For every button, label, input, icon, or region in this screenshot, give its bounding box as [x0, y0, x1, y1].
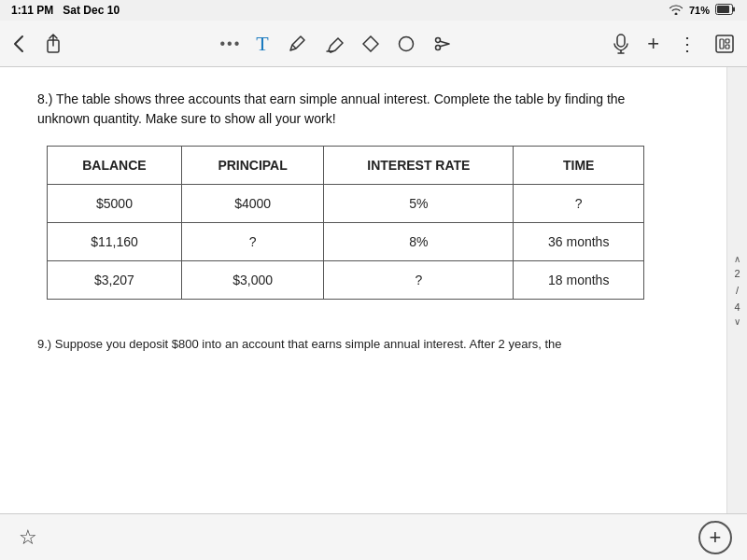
status-right: 71% [669, 4, 736, 17]
bottom-bar: ☆ + [0, 513, 747, 560]
more-options-button[interactable]: ⋮ [674, 29, 700, 59]
page-number-total: 4 [734, 300, 740, 315]
svg-rect-2 [733, 7, 735, 12]
sidebar-right: ∧ 2 / 4 ∨ [726, 67, 747, 513]
row3-interest-rate: ? [324, 261, 514, 300]
row1-balance: $5000 [48, 185, 182, 223]
col-header-time: TIME [514, 147, 644, 185]
highlighter-tool-button[interactable] [321, 31, 347, 57]
toolbar-dots: ••• [219, 35, 241, 52]
time-display: 1:11 PM [11, 4, 53, 17]
row2-principal: ? [181, 223, 323, 261]
col-header-interest-rate: INTEREST RATE [324, 147, 514, 185]
table-row: $5000 $4000 5% ? [48, 185, 644, 223]
toolbar-center: ••• T [219, 28, 455, 60]
bottom-add-button[interactable]: + [698, 521, 732, 554]
svg-rect-8 [716, 35, 733, 52]
row2-interest-rate: 8% [324, 223, 514, 261]
content-area: 8.) The table shows three accounts that … [0, 67, 747, 513]
svg-rect-9 [720, 39, 724, 49]
layout-button[interactable] [712, 31, 738, 57]
col-header-balance: BALANCE [48, 147, 182, 185]
svg-point-4 [399, 36, 413, 50]
svg-rect-1 [717, 6, 729, 13]
simple-interest-table: BALANCE PRINCIPAL INTEREST RATE TIME $50… [47, 146, 644, 300]
pen-tool-button[interactable] [284, 31, 310, 57]
circle-tool-button[interactable] [394, 32, 418, 56]
diamond-tool-button[interactable] [359, 32, 383, 56]
row2-time: 36 months [514, 223, 644, 261]
battery-level: 71% [689, 5, 710, 16]
svg-rect-11 [726, 45, 729, 49]
toolbar-left [9, 30, 65, 58]
row3-principal: $3,000 [181, 261, 323, 300]
svg-rect-7 [617, 35, 625, 47]
text-tool-button[interactable]: T [252, 28, 272, 60]
svg-rect-10 [726, 39, 729, 43]
toolbar-right: + ⋮ [610, 28, 738, 60]
col-header-principal: PRINCIPAL [181, 147, 323, 185]
row3-time: 18 months [514, 261, 644, 300]
status-left: 1:11 PM Sat Dec 10 [11, 4, 120, 17]
question-8-text: 8.) The table shows three accounts that … [37, 90, 680, 129]
status-bar: 1:11 PM Sat Dec 10 71% [0, 0, 747, 21]
question-9-partial-text: 9.) Suppose you deposit $800 into an acc… [37, 337, 680, 351]
table-row: $3,207 $3,000 ? 18 months [48, 261, 644, 300]
page-divider: / [736, 283, 739, 298]
wifi-icon [669, 4, 684, 17]
row1-time: ? [514, 185, 644, 223]
scroll-down-icon[interactable]: ∨ [734, 316, 740, 327]
row2-balance: $11,160 [48, 223, 182, 261]
page-number-current: 2 [734, 266, 740, 281]
row1-interest-rate: 5% [324, 185, 514, 223]
table-header-row: BALANCE PRINCIPAL INTEREST RATE TIME [48, 147, 644, 185]
back-button[interactable] [9, 31, 28, 57]
page-content: 8.) The table shows three accounts that … [0, 67, 726, 513]
row1-principal: $4000 [181, 185, 323, 223]
scroll-up-icon[interactable]: ∧ [734, 254, 740, 264]
add-button[interactable]: + [643, 28, 663, 60]
date-display: Sat Dec 10 [63, 4, 120, 17]
row3-balance: $3,207 [48, 261, 182, 300]
table-row: $11,160 ? 8% 36 months [48, 223, 644, 261]
mic-button[interactable] [610, 30, 632, 58]
star-button[interactable]: ☆ [15, 522, 41, 553]
toolbar: ••• T + ⋮ [0, 21, 747, 67]
battery-icon [715, 4, 736, 17]
scissors-tool-button[interactable] [430, 31, 456, 57]
share-button[interactable] [41, 30, 65, 58]
